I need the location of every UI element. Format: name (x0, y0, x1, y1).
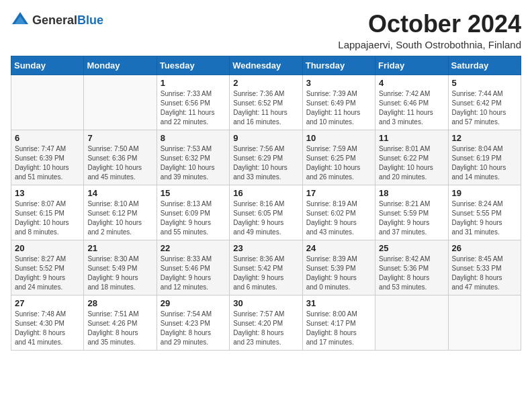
day-info: Sunrise: 8:00 AMSunset: 4:17 PMDaylight:… (306, 310, 371, 347)
calendar-cell: 12Sunrise: 8:04 AMSunset: 6:19 PMDayligh… (448, 130, 521, 185)
day-info: Sunrise: 7:59 AMSunset: 6:25 PMDaylight:… (306, 144, 371, 182)
calendar-cell: 10Sunrise: 7:59 AMSunset: 6:25 PMDayligh… (302, 130, 375, 185)
calendar-cell: 16Sunrise: 8:16 AMSunset: 6:05 PMDayligh… (230, 185, 302, 240)
calendar-week-row: 6Sunrise: 7:47 AMSunset: 6:39 PMDaylight… (11, 130, 521, 185)
day-number: 16 (233, 188, 298, 198)
calendar-cell: 22Sunrise: 8:33 AMSunset: 5:46 PMDayligh… (157, 240, 229, 295)
day-number: 11 (379, 133, 444, 143)
calendar-cell: 19Sunrise: 8:24 AMSunset: 5:55 PMDayligh… (448, 185, 521, 240)
day-info: Sunrise: 8:21 AMSunset: 5:59 PMDaylight:… (379, 199, 444, 237)
weekday-header: Friday (375, 56, 448, 75)
weekday-header: Monday (84, 56, 157, 75)
day-number: 17 (306, 188, 371, 198)
day-number: 7 (87, 133, 152, 143)
day-info: Sunrise: 7:53 AMSunset: 6:32 PMDaylight:… (161, 144, 226, 182)
calendar-cell: 9Sunrise: 7:56 AMSunset: 6:29 PMDaylight… (230, 130, 302, 185)
calendar-cell (375, 295, 448, 350)
calendar-cell: 15Sunrise: 8:13 AMSunset: 6:09 PMDayligh… (157, 185, 229, 240)
day-number: 2 (233, 78, 298, 88)
day-info: Sunrise: 8:39 AMSunset: 5:39 PMDaylight:… (306, 255, 371, 292)
day-number: 6 (15, 133, 80, 143)
day-number: 24 (306, 243, 371, 253)
day-info: Sunrise: 8:01 AMSunset: 6:22 PMDaylight:… (379, 144, 444, 182)
calendar-cell: 13Sunrise: 8:07 AMSunset: 6:15 PMDayligh… (11, 185, 84, 240)
calendar-cell: 21Sunrise: 8:30 AMSunset: 5:49 PMDayligh… (84, 240, 157, 295)
calendar-cell: 20Sunrise: 8:27 AMSunset: 5:52 PMDayligh… (11, 240, 84, 295)
calendar-cell: 3Sunrise: 7:39 AMSunset: 6:49 PMDaylight… (302, 75, 375, 130)
calendar-cell: 23Sunrise: 8:36 AMSunset: 5:42 PMDayligh… (230, 240, 302, 295)
calendar-cell: 4Sunrise: 7:42 AMSunset: 6:46 PMDaylight… (375, 75, 448, 130)
day-info: Sunrise: 8:13 AMSunset: 6:09 PMDaylight:… (161, 199, 226, 237)
calendar-week-row: 27Sunrise: 7:48 AMSunset: 4:30 PMDayligh… (11, 295, 521, 350)
day-info: Sunrise: 8:33 AMSunset: 5:46 PMDaylight:… (161, 255, 226, 292)
day-number: 15 (161, 188, 226, 198)
day-number: 30 (233, 298, 298, 308)
calendar-cell: 7Sunrise: 7:50 AMSunset: 6:36 PMDaylight… (84, 130, 157, 185)
calendar-cell: 25Sunrise: 8:42 AMSunset: 5:36 PMDayligh… (375, 240, 448, 295)
calendar-cell: 27Sunrise: 7:48 AMSunset: 4:30 PMDayligh… (11, 295, 84, 350)
calendar-cell: 28Sunrise: 7:51 AMSunset: 4:26 PMDayligh… (84, 295, 157, 350)
day-info: Sunrise: 8:24 AMSunset: 5:55 PMDaylight:… (452, 199, 517, 237)
day-info: Sunrise: 8:07 AMSunset: 6:15 PMDaylight:… (15, 199, 80, 237)
day-number: 29 (161, 298, 226, 308)
title-area: October 2024 Lappajaervi, South Ostrobot… (338, 11, 521, 50)
calendar-cell: 5Sunrise: 7:44 AMSunset: 6:42 PMDaylight… (448, 75, 521, 130)
day-info: Sunrise: 7:33 AMSunset: 6:56 PMDaylight:… (161, 89, 226, 127)
day-info: Sunrise: 8:36 AMSunset: 5:42 PMDaylight:… (233, 255, 298, 292)
day-number: 1 (161, 78, 226, 88)
calendar-cell: 24Sunrise: 8:39 AMSunset: 5:39 PMDayligh… (302, 240, 375, 295)
day-number: 27 (15, 298, 80, 308)
weekday-header: Thursday (302, 56, 375, 75)
day-info: Sunrise: 7:48 AMSunset: 4:30 PMDaylight:… (15, 310, 80, 347)
day-info: Sunrise: 7:50 AMSunset: 6:36 PMDaylight:… (87, 144, 152, 182)
day-info: Sunrise: 8:27 AMSunset: 5:52 PMDaylight:… (15, 255, 80, 292)
weekday-header: Sunday (11, 56, 84, 75)
day-info: Sunrise: 8:04 AMSunset: 6:19 PMDaylight:… (452, 144, 517, 182)
day-number: 3 (306, 78, 371, 88)
day-info: Sunrise: 7:42 AMSunset: 6:46 PMDaylight:… (379, 89, 444, 127)
day-info: Sunrise: 7:47 AMSunset: 6:39 PMDaylight:… (15, 144, 80, 182)
day-info: Sunrise: 7:51 AMSunset: 4:26 PMDaylight:… (87, 310, 152, 347)
day-number: 8 (161, 133, 226, 143)
day-info: Sunrise: 8:30 AMSunset: 5:49 PMDaylight:… (87, 255, 152, 292)
day-info: Sunrise: 7:54 AMSunset: 4:23 PMDaylight:… (161, 310, 226, 347)
day-info: Sunrise: 8:10 AMSunset: 6:12 PMDaylight:… (87, 199, 152, 237)
calendar-week-row: 13Sunrise: 8:07 AMSunset: 6:15 PMDayligh… (11, 185, 521, 240)
weekday-header: Saturday (448, 56, 521, 75)
weekday-header: Wednesday (230, 56, 302, 75)
calendar-header-row: SundayMondayTuesdayWednesdayThursdayFrid… (11, 56, 521, 75)
day-number: 21 (87, 243, 152, 253)
day-info: Sunrise: 7:36 AMSunset: 6:52 PMDaylight:… (233, 89, 298, 127)
day-number: 9 (233, 133, 298, 143)
day-number: 4 (379, 78, 444, 88)
day-number: 22 (161, 243, 226, 253)
day-number: 10 (306, 133, 371, 143)
subtitle: Lappajaervi, South Ostrobothnia, Finland (338, 39, 521, 50)
calendar-cell (11, 75, 84, 130)
calendar-cell: 6Sunrise: 7:47 AMSunset: 6:39 PMDaylight… (11, 130, 84, 185)
header: GeneralBlue October 2024 Lappajaervi, So… (11, 11, 521, 50)
weekday-header: Tuesday (157, 56, 229, 75)
calendar-week-row: 1Sunrise: 7:33 AMSunset: 6:56 PMDaylight… (11, 75, 521, 130)
calendar-cell: 29Sunrise: 7:54 AMSunset: 4:23 PMDayligh… (157, 295, 229, 350)
day-number: 31 (306, 298, 371, 308)
calendar-cell: 17Sunrise: 8:19 AMSunset: 6:02 PMDayligh… (302, 185, 375, 240)
day-number: 26 (452, 243, 517, 253)
day-info: Sunrise: 7:39 AMSunset: 6:49 PMDaylight:… (306, 89, 371, 127)
calendar-cell: 11Sunrise: 8:01 AMSunset: 6:22 PMDayligh… (375, 130, 448, 185)
calendar-cell: 2Sunrise: 7:36 AMSunset: 6:52 PMDaylight… (230, 75, 302, 130)
calendar-cell (448, 295, 521, 350)
calendar: SundayMondayTuesdayWednesdayThursdayFrid… (11, 56, 521, 351)
day-number: 5 (452, 78, 517, 88)
calendar-week-row: 20Sunrise: 8:27 AMSunset: 5:52 PMDayligh… (11, 240, 521, 295)
main-title: October 2024 (338, 11, 521, 38)
logo: GeneralBlue (11, 11, 103, 30)
day-number: 19 (452, 188, 517, 198)
calendar-cell: 30Sunrise: 7:57 AMSunset: 4:20 PMDayligh… (230, 295, 302, 350)
logo-text-general: General (32, 13, 77, 27)
day-info: Sunrise: 8:42 AMSunset: 5:36 PMDaylight:… (379, 255, 444, 292)
calendar-cell: 18Sunrise: 8:21 AMSunset: 5:59 PMDayligh… (375, 185, 448, 240)
calendar-cell: 8Sunrise: 7:53 AMSunset: 6:32 PMDaylight… (157, 130, 229, 185)
calendar-cell: 14Sunrise: 8:10 AMSunset: 6:12 PMDayligh… (84, 185, 157, 240)
day-info: Sunrise: 7:57 AMSunset: 4:20 PMDaylight:… (233, 310, 298, 347)
